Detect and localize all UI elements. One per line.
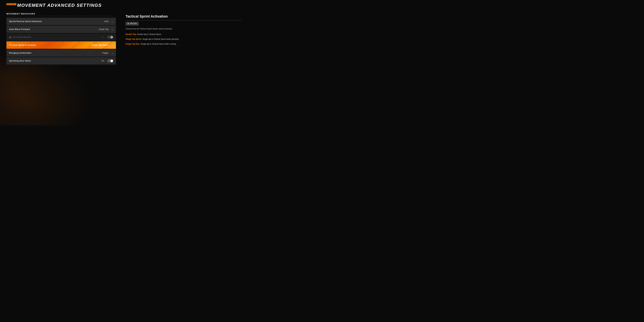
- option-desc-double-tap: Double tap to Tactical Sprint.: [137, 33, 162, 36]
- setting-label-grounded-mantle: Grounded Mantle: [13, 36, 84, 38]
- setting-row-sprinting-door-bash[interactable]: Sprinting Door Bash On: [6, 57, 116, 64]
- left-panel: MOVEMENT BEHAVIORS Sprint/Tactical Sprin…: [6, 13, 116, 64]
- lock-icon: 🔒: [9, 36, 12, 38]
- detail-option-double-tap: Double Tap: Double tap to Tactical Sprin…: [126, 33, 242, 36]
- detail-description: Choose how the Tactical Sprint (faster s…: [126, 27, 242, 30]
- setting-value-auto-move-forward: Single Tap: [99, 28, 108, 30]
- settings-list: Sprint/Tactical Sprint Behavior Hold ⌄ A…: [6, 18, 116, 64]
- option-desc-single-tap-sprint: Single tap to Tactical Sprint while spri…: [142, 38, 179, 40]
- setting-row-auto-move-forward[interactable]: Auto Move Forward Single Tap ⌄: [6, 26, 116, 33]
- content-layout: MOVEMENT BEHAVIORS Sprint/Tactical Sprin…: [6, 13, 242, 64]
- setting-value-area-sprinting-door-bash: On: [84, 59, 113, 62]
- setting-value-sprint-behavior: Hold: [104, 20, 108, 22]
- toggle-sprinting-door-bash[interactable]: [107, 59, 113, 62]
- setting-label-plunging-underwater: Plunging Underwater: [9, 52, 84, 54]
- header: BLACK OPS 6 MOVEMENT ADVANCED SETTINGS: [6, 3, 242, 8]
- setting-value-area-sprint-behavior: Hold ⌄: [84, 20, 113, 23]
- setting-value-area-auto-move-forward: Single Tap ⌄: [84, 28, 113, 30]
- setting-label-sprint-behavior: Sprint/Tactical Sprint Behavior: [9, 20, 84, 22]
- setting-label-tactical-sprint-activation: Tactical Sprint Activation: [9, 44, 84, 46]
- motor-badge: ⚙ MOTOR: [126, 22, 138, 26]
- setting-value-plunging-underwater: Trigger: [102, 52, 108, 54]
- motor-icon: ⚙: [127, 22, 129, 25]
- section-title: MOVEMENT BEHAVIORS: [6, 13, 116, 16]
- setting-value-sprinting-door-bash: On: [102, 60, 104, 62]
- setting-row-tactical-sprint-activation[interactable]: Tactical Sprint Activation Single Tap Sp…: [6, 42, 116, 49]
- detail-title: Tactical Sprint Activation: [126, 14, 242, 20]
- setting-value-area-tactical-sprint-activation: Single Tap Sprint ⌄: [84, 44, 113, 46]
- logo-badge: BLACK OPS 6: [6, 3, 16, 5]
- option-name-double-tap: Double Tap:: [126, 33, 136, 36]
- detail-option-single-tap-sprint: Single Tap Sprint: Single tap to Tactica…: [126, 38, 242, 40]
- setting-value-area-grounded-mantle: On: [84, 36, 113, 39]
- setting-label-auto-move-forward: Auto Move Forward: [9, 28, 84, 30]
- option-desc-single-tap-run: Single tap to Tactical Sprint while runn…: [141, 43, 176, 45]
- option-name-single-tap-sprint: Single Tap Sprint:: [126, 38, 142, 40]
- setting-value-grounded-mantle: On: [102, 36, 104, 38]
- motor-badge-label: MOTOR: [130, 23, 137, 24]
- chevron-down-icon: ⌄: [112, 52, 113, 54]
- setting-row-grounded-mantle: 🔒 Grounded Mantle On: [6, 34, 116, 41]
- chevron-down-icon: ⌄: [112, 20, 113, 23]
- setting-value-area-plunging-underwater: Trigger ⌄: [84, 52, 113, 54]
- option-name-single-tap-run: Single Tap Run:: [126, 43, 140, 45]
- chevron-down-icon: ⌄: [112, 44, 113, 46]
- setting-row-sprint-behavior[interactable]: Sprint/Tactical Sprint Behavior Hold ⌄: [6, 18, 116, 25]
- right-panel: Tactical Sprint Activation ⚙ MOTOR Choos…: [126, 13, 242, 64]
- page-title: MOVEMENT ADVANCED SETTINGS: [17, 3, 102, 8]
- detail-option-single-tap-run: Single Tap Run: Single tap to Tactical S…: [126, 42, 242, 46]
- setting-row-plunging-underwater[interactable]: Plunging Underwater Trigger ⌄: [6, 49, 116, 57]
- chevron-down-icon: ⌄: [112, 28, 113, 30]
- setting-label-sprinting-door-bash: Sprinting Door Bash: [9, 60, 84, 62]
- setting-value-tactical-sprint-activation: Single Tap Sprint: [92, 44, 108, 46]
- toggle-grounded-mantle: [107, 36, 113, 39]
